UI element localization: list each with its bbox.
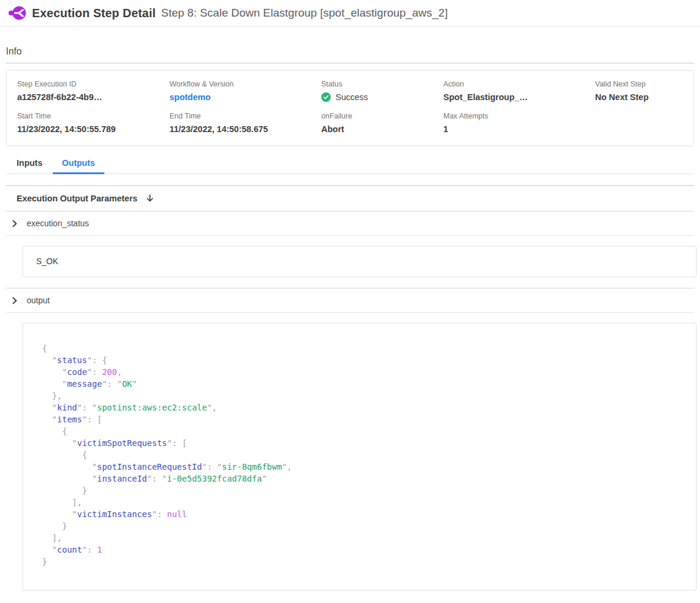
param-divider (6, 235, 694, 236)
output-json-box: { "status": { "code": 200, "message": "O… (23, 323, 696, 591)
field-label: onFailure (321, 112, 443, 120)
field-value-valid-next-step: No Next Step (595, 92, 683, 102)
outputs-section-header: Execution Output Parameters (6, 186, 694, 211)
field-value-step-execution-id: a125728f-6b22-4b9… (17, 92, 170, 102)
field-label: Valid Next Step (595, 80, 683, 88)
param-row-execution-status[interactable]: execution_status (6, 211, 694, 235)
page-title: Execution Step Detail (32, 7, 156, 20)
spot-logo-icon (8, 4, 26, 22)
field-status: StatusSuccess (321, 80, 443, 102)
tab-bar: InputsOutputs (6, 158, 694, 174)
page-subtitle: Step 8: Scale Down Elastgroup [spot_elas… (161, 7, 448, 20)
param-row-output[interactable]: output (6, 288, 694, 312)
field-label: Action (443, 80, 595, 88)
page-header: Execution Step Detail Step 8: Scale Down… (0, 0, 700, 27)
field-start-time: Start Time11/23/2022, 14:50:55.789 (17, 112, 170, 134)
tabs-gap (6, 174, 694, 185)
field-max-attempts: Max Attempts1 (443, 112, 595, 134)
field-value-workflow-version[interactable]: spotdemo (170, 92, 321, 102)
field-label: Max Attempts (443, 112, 595, 120)
field-label: Step Execution ID (17, 80, 170, 88)
chevron-right-icon (10, 296, 19, 305)
tab-inputs[interactable]: Inputs (17, 158, 43, 174)
tab-outputs[interactable]: Outputs (62, 158, 95, 174)
field-label: Workflow & Version (170, 80, 321, 88)
field-value-max-attempts: 1 (443, 124, 595, 134)
page-body: Info Step Execution IDa125728f-6b22-4b9…… (0, 27, 700, 591)
field-label: Start Time (17, 112, 170, 120)
field-label: End Time (170, 112, 321, 120)
download-arrow-icon[interactable] (145, 194, 155, 203)
chevron-right-icon (10, 219, 19, 228)
execution-status-value: S_OK (36, 256, 58, 266)
field-workflow-version: Workflow & Versionspotdemo (170, 80, 321, 102)
execution-status-value-box: S_OK (23, 246, 696, 277)
field-action: ActionSpot_Elastigroup_… (443, 80, 595, 102)
field-value-status: Success (321, 92, 443, 102)
field-value-action: Spot_Elastigroup_… (443, 92, 595, 102)
field-label: Status (321, 80, 443, 88)
info-card-grid: Step Execution IDa125728f-6b22-4b9…Workf… (6, 70, 694, 146)
param-divider (6, 312, 694, 313)
field-end-time: End Time11/23/2022, 14:50:58.675 (170, 112, 321, 134)
field-step-execution-id: Step Execution IDa125728f-6b22-4b9… (17, 80, 170, 102)
check-circle-icon (321, 92, 331, 102)
param-name: execution_status (27, 219, 89, 228)
param-name: output (27, 296, 50, 305)
field-onfailure: onFailureAbort (321, 112, 443, 134)
info-heading: Info (6, 27, 694, 63)
field-value-onfailure: Abort (321, 124, 443, 134)
field-valid-next-step: Valid Next StepNo Next Step (595, 80, 683, 102)
field-value-end-time: 11/23/2022, 14:50:58.675 (170, 124, 321, 134)
info-heading-divider (6, 63, 694, 63)
output-json-code: { "status": { "code": 200, "message": "O… (42, 342, 690, 567)
field-value-start-time: 11/23/2022, 14:50:55.789 (17, 124, 170, 134)
outputs-section-title: Execution Output Parameters (17, 194, 138, 203)
